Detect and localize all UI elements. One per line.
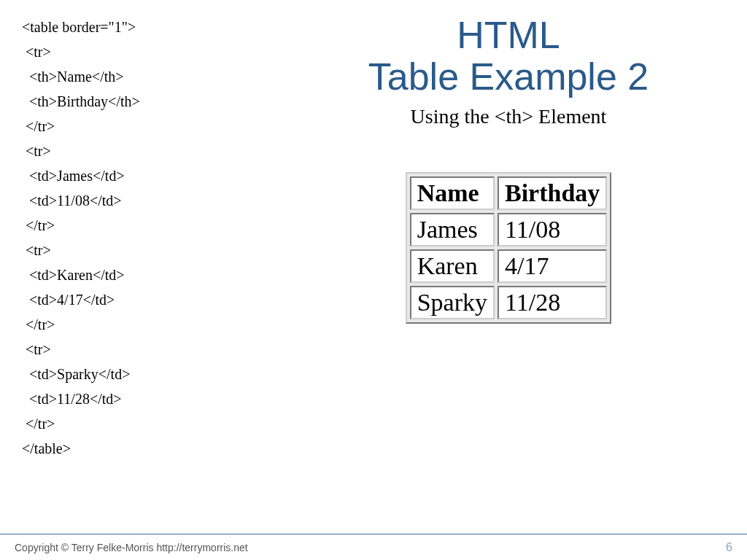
table-header-row: Name Birthday: [410, 176, 608, 210]
code-line: </tr>: [22, 114, 285, 139]
slide-subtitle: Using the <th> Element: [299, 105, 718, 128]
table-cell: James: [410, 213, 495, 246]
code-line: <table border="1">: [22, 15, 285, 39]
code-line: <td>Sparky</td>: [22, 362, 285, 386]
content-column: HTML Table Example 2 Using the <th> Elem…: [292, 0, 747, 560]
title-line-1: HTML: [457, 14, 560, 56]
code-line: <tr>: [22, 39, 285, 64]
code-line: </tr>: [22, 312, 285, 337]
code-line: <tr>: [22, 139, 285, 163]
table-cell: Karen: [410, 249, 495, 283]
table-header-cell: Birthday: [498, 176, 607, 210]
code-line: <td>11/28</td>: [22, 386, 285, 411]
table-cell: 4/17: [498, 249, 607, 283]
table-row: Karen 4/17: [410, 249, 608, 283]
copyright-text: Copyright © Terry Felke-Morris http://te…: [15, 542, 248, 553]
code-line: <td>4/17</td>: [22, 287, 285, 312]
table-row: Sparky 11/28: [410, 286, 608, 319]
slide-title: HTML Table Example 2: [299, 15, 718, 98]
code-line: <th>Birthday</th>: [22, 89, 285, 114]
slide: <table border="1"> <tr> <th>Name</th> <t…: [0, 0, 747, 560]
title-line-2: Table Example 2: [368, 55, 649, 98]
rendered-table-wrap: Name Birthday James 11/08 Karen 4/17 Spa…: [406, 172, 612, 324]
page-number: 6: [726, 541, 732, 554]
code-line: </tr>: [22, 411, 285, 436]
code-line: </table>: [22, 436, 285, 461]
code-line: <td>11/08</td>: [22, 188, 285, 213]
code-line: </tr>: [22, 213, 285, 238]
code-line: <td>Karen</td>: [22, 262, 285, 287]
table-cell: 11/28: [498, 286, 607, 319]
code-line: <tr>: [22, 238, 285, 262]
table-row: James 11/08: [410, 213, 608, 246]
rendered-table: Name Birthday James 11/08 Karen 4/17 Spa…: [406, 172, 612, 324]
code-line: <td>James</td>: [22, 163, 285, 188]
code-line: <tr>: [22, 337, 285, 362]
table-cell: 11/08: [498, 213, 607, 246]
code-column: <table border="1"> <tr> <th>Name</th> <t…: [0, 0, 292, 560]
table-header-cell: Name: [410, 176, 495, 210]
slide-footer: Copyright © Terry Felke-Morris http://te…: [0, 534, 747, 560]
table-cell: Sparky: [410, 286, 495, 319]
code-line: <th>Name</th>: [22, 64, 285, 89]
